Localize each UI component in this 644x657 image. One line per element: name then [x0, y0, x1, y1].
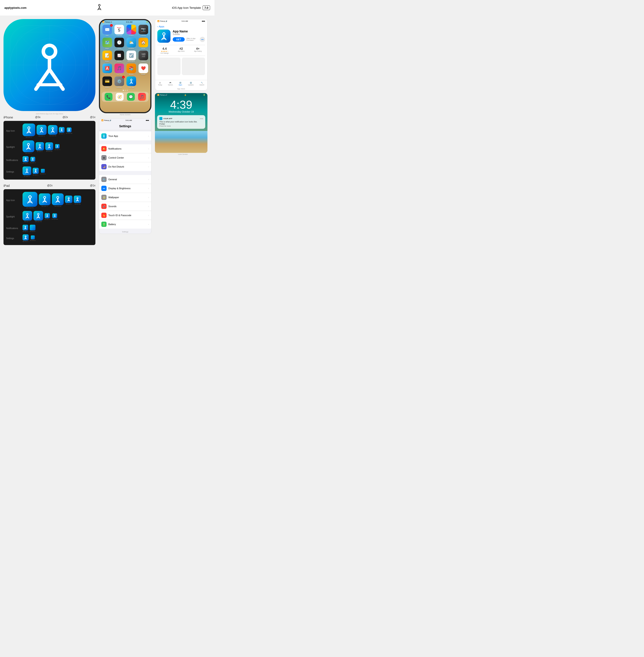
- settings-touchid-item[interactable]: 👆 Touch ID & Passcode ›: [99, 211, 151, 220]
- dock-messages[interactable]: 💬: [127, 93, 135, 101]
- home-app-ibooks[interactable]: 📚 iBooks: [126, 64, 137, 75]
- ratings-row: 4.4 ★★★★☆ 414 Ratings #2 App Store 4+ Ag…: [157, 45, 205, 56]
- lock-screen-wrapper: 📶 Flarup 🔊 🔒 🔋 4:39 Wednesday October 19…: [155, 93, 211, 155]
- settings-display-item[interactable]: AA Display & Brightness ›: [99, 184, 151, 193]
- iphone-section: iPhone @3x @2x @1x App Icon 180 iOS 7+: [3, 115, 95, 180]
- appstore-status-bar: 📶 Flarup 🔊 9:41 AM ■■■: [155, 19, 207, 23]
- ipad-title: iPad: [3, 184, 9, 188]
- in-app-label: Offers In-App: [186, 38, 196, 39]
- rating-block-rank: #2 App Store: [174, 47, 188, 54]
- tab-updates[interactable]: ⬆️ Updates: [188, 82, 194, 86]
- lock-time: 4:39: [157, 99, 205, 110]
- home-app-notes[interactable]: 📝 Notes: [102, 50, 113, 62]
- header-right: iOS App Icon Template 7.0: [172, 5, 210, 10]
- ipad-spotlight-40: [45, 213, 50, 218]
- settings-your-app-group: Your App ›: [99, 132, 151, 140]
- notif-more: Press for more: [159, 125, 203, 127]
- svg-line-3: [99, 7, 101, 10]
- home-app-empty: [138, 76, 148, 88]
- home-battery: 🔋: [146, 21, 148, 23]
- svg-point-14: [43, 45, 55, 58]
- home-app-photos[interactable]: Photos: [126, 25, 137, 36]
- middle-panel: 📶 Flarup 🔊 9:41 AM 🔋 ✉️ 1 Mail: [99, 19, 152, 248]
- version-badge: 7.0: [203, 5, 210, 10]
- home-app-camera[interactable]: 📷 Camera: [138, 25, 148, 36]
- appstore-back-button[interactable]: ‹ Apps: [157, 25, 205, 28]
- settings-group-1: 🔔 Notifications › ⊞ Control Center ›: [99, 144, 151, 171]
- get-button[interactable]: GET: [172, 37, 185, 42]
- appstore-app-subtitle: Subtitle: [172, 33, 205, 36]
- iphone-icon-180: [23, 124, 35, 136]
- home-app-calendar[interactable]: Monday 5 Calendar: [114, 25, 124, 36]
- home-app-itunes[interactable]: 🎵 iTunes Store: [114, 64, 124, 75]
- lock-carrier: 📶 Flarup 🔊: [157, 94, 167, 96]
- home-app-yourapp[interactable]: Your App: [126, 76, 137, 88]
- settings-yourapp-item[interactable]: Your App ›: [99, 132, 151, 140]
- home-app-stocks[interactable]: 📈 Stocks: [114, 50, 124, 62]
- ipad-appicon-row: App Icon 167 iPad Pro 152 iO: [6, 192, 93, 209]
- svg-point-34: [61, 129, 62, 129]
- home-app-clock[interactable]: 🕐 Clock: [114, 38, 124, 49]
- settings-wallpaper-item[interactable]: 🖼️ Wallpaper ›: [99, 193, 151, 202]
- appstore-label: App Store: [155, 87, 207, 90]
- rating-block-age: 4+ Age Rating: [191, 47, 205, 54]
- home-app-wallet[interactable]: 💳 Wallet: [102, 76, 113, 88]
- settings-group-2: ⚙️ General › AA Display & Brightness ›: [99, 175, 151, 228]
- home-app-appstore[interactable]: 🅰️ App Store: [102, 64, 113, 75]
- tab-today[interactable]: 📰 Today: [158, 82, 162, 86]
- appstore-app-icon: [157, 29, 170, 43]
- notif-app-icon: [159, 117, 162, 120]
- tab-games[interactable]: 🎮 Games: [168, 82, 173, 86]
- home-app-home[interactable]: 🏠 Home: [138, 38, 148, 49]
- lock-icon: 🔒: [184, 94, 186, 96]
- settings-notifications-item[interactable]: 🔔 Notifications ›: [99, 144, 151, 153]
- svg-point-84: [29, 196, 31, 198]
- tab-apps[interactable]: ⬇️ Apps: [179, 82, 182, 86]
- ipad-icon-76b: [74, 196, 81, 203]
- settings-status-bar: 📶 Flarup 🔊 9:41 AM ■■■: [99, 118, 151, 122]
- settings-battery-item[interactable]: 🔋 Battery ›: [99, 220, 151, 228]
- notif-text: This is what your notification icon look…: [159, 121, 203, 125]
- site-logo: applypixels.com: [4, 6, 26, 9]
- iphone-icon-97: [67, 128, 72, 132]
- dock-safari[interactable]: 🧭: [116, 93, 124, 101]
- ipad-grid: App Icon 167 iPad Pro 152 iO: [3, 189, 95, 245]
- svg-point-89: [44, 196, 46, 198]
- svg-point-19: [28, 127, 30, 129]
- home-app-maps[interactable]: 🗺️ Maps: [102, 38, 113, 49]
- home-app-settings[interactable]: ⚙️ 1 Settings: [114, 76, 124, 88]
- home-app-reminders[interactable]: ☑️ Reminders: [126, 50, 137, 62]
- settings-screen-wrapper: 📶 Flarup 🔊 9:41 AM ■■■ Settings Your App…: [99, 118, 152, 234]
- notification-banner: YOUR APP now This is what your notificat…: [157, 115, 205, 129]
- settings-sounds-item[interactable]: 🔊 Sounds ›: [99, 202, 151, 211]
- svg-line-2: [98, 7, 99, 10]
- lock-battery: 🔋: [203, 94, 205, 96]
- ipad-spotlight-100: [33, 211, 43, 221]
- settings-general-item[interactable]: ⚙️ General ›: [99, 175, 151, 184]
- more-button[interactable]: •••: [200, 37, 205, 42]
- screenshots-row: [157, 58, 205, 75]
- home-app-health[interactable]: ❤️ Health: [138, 64, 148, 75]
- svg-point-149: [163, 32, 165, 35]
- home-app-videos[interactable]: 🎬 Videos: [138, 50, 148, 62]
- dock-phone[interactable]: 📞: [105, 93, 113, 101]
- iphone-settings-87: [23, 167, 31, 175]
- iphone-title: iPhone: [3, 116, 13, 119]
- svg-point-24: [41, 128, 43, 129]
- lock-screen-content: 4:39 Wednesday October 19 YOUR APP now T…: [155, 97, 207, 131]
- svg-point-144: [104, 135, 105, 136]
- settings-donotdisturb-item[interactable]: 🌙 Do Not Disturb ›: [99, 162, 151, 171]
- iphone-notif-60: [23, 156, 29, 162]
- tab-search[interactable]: 🔍 Search: [200, 82, 204, 86]
- dock-music[interactable]: 🎵: [138, 93, 146, 101]
- appstore-time: 9:41 AM: [182, 20, 188, 22]
- svg-point-29: [52, 128, 54, 129]
- svg-point-39: [69, 129, 70, 130]
- home-app-mail[interactable]: ✉️ 1 Mail: [102, 25, 113, 36]
- ipad-settings-58: [23, 234, 29, 240]
- home-app-weather[interactable]: ⛅ Weather: [126, 38, 137, 49]
- settings-controlcenter-item[interactable]: ⊞ Control Center ›: [99, 153, 151, 162]
- svg-point-129: [25, 226, 26, 227]
- settings-battery: ■■■: [146, 119, 149, 121]
- svg-point-74: [26, 169, 28, 170]
